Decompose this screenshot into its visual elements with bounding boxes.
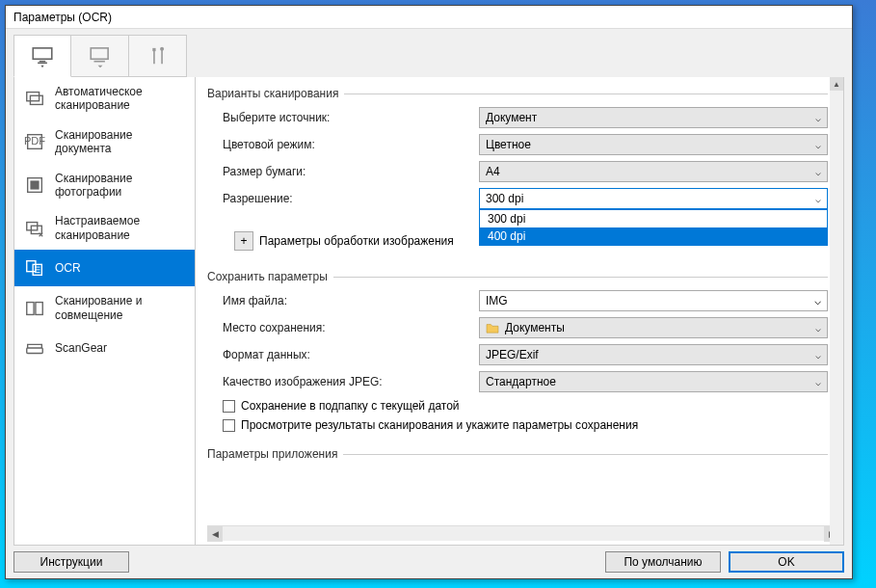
- source-label: Выберите источник:: [219, 111, 479, 124]
- sidebar-item-auto-scan[interactable]: Автоматическое сканирование: [14, 77, 195, 120]
- svg-rect-3: [91, 48, 108, 59]
- resolution-option-400[interactable]: 400 dpi: [480, 227, 827, 245]
- sidebar-item-custom-scan[interactable]: Настраиваемое сканирование: [14, 206, 195, 250]
- subfolder-checkbox[interactable]: [223, 400, 235, 413]
- sidebar-item-scangear[interactable]: ScanGear: [14, 330, 195, 366]
- source-combo[interactable]: Документ⌵: [479, 107, 828, 128]
- monitor-icon: [30, 43, 55, 68]
- location-label: Место сохранения:: [219, 321, 479, 334]
- ocr-icon: [24, 257, 45, 279]
- chevron-down-icon: ⌵: [815, 377, 821, 388]
- sidebar-item-label: ScanGear: [55, 341, 107, 355]
- button-bar: Инструкции По умолчанию OK: [6, 546, 852, 578]
- toolbar-tabs: [6, 29, 852, 77]
- sidebar: Автоматическое сканирование PDF Сканиров…: [14, 77, 196, 545]
- titlebar: Параметры (OCR): [6, 6, 852, 29]
- save-options-group: Сохранить параметры: [207, 270, 828, 283]
- tab-monitor[interactable]: [13, 35, 71, 77]
- scroll-left-arrow[interactable]: ◀: [207, 526, 223, 542]
- defaults-button[interactable]: По умолчанию: [605, 551, 721, 573]
- sidebar-item-label: Сканирование фотографии: [55, 172, 185, 200]
- svg-text:PDF: PDF: [24, 135, 45, 147]
- chevron-down-icon: ⌵: [815, 194, 821, 204]
- sidebar-item-label: OCR: [55, 261, 81, 275]
- horizontal-scrollbar[interactable]: ◀ ▶: [207, 525, 839, 541]
- auto-scan-icon: [24, 88, 45, 109]
- format-label: Формат данных:: [219, 348, 479, 361]
- window-title: Параметры (OCR): [13, 11, 112, 24]
- quality-label: Качество изображения JPEG:: [219, 375, 479, 388]
- chevron-down-icon: ⌵: [814, 294, 821, 307]
- pdf-doc-icon: PDF: [24, 131, 45, 152]
- svg-rect-9: [27, 93, 40, 101]
- sidebar-item-label: Сканирование и совмещение: [55, 294, 185, 322]
- svg-rect-17: [27, 261, 36, 272]
- sidebar-item-stitch[interactable]: Сканирование и совмещение: [14, 286, 195, 330]
- color-combo[interactable]: Цветное⌵: [479, 134, 828, 155]
- send-icon: [88, 43, 113, 68]
- svg-rect-6: [152, 48, 155, 51]
- scan-options-group: Варианты сканирования: [207, 87, 828, 100]
- stitch-icon: [24, 298, 45, 319]
- svg-rect-10: [30, 96, 42, 105]
- main-panel: ▲ Варианты сканирования Выберите источни…: [196, 77, 843, 545]
- tab-send[interactable]: [71, 35, 129, 77]
- chevron-down-icon: ⌵: [815, 167, 821, 177]
- processing-label: Параметры обработки изображения: [259, 234, 454, 248]
- ok-button[interactable]: OK: [729, 551, 844, 573]
- svg-rect-24: [27, 348, 43, 354]
- chevron-down-icon: ⌵: [815, 140, 821, 150]
- sidebar-item-scan-document[interactable]: PDF Сканирование документа: [14, 120, 195, 164]
- sidebar-item-label: Автоматическое сканирование: [55, 85, 185, 113]
- tab-tools[interactable]: [129, 35, 187, 77]
- resolution-combo[interactable]: 300 dpi⌵: [479, 188, 828, 209]
- location-combo[interactable]: Документы ⌵: [479, 317, 828, 338]
- settings-window: Параметры (OCR) Автоматическое сканирова…: [5, 5, 853, 579]
- svg-rect-4: [93, 61, 104, 63]
- format-combo[interactable]: JPEG/Exif⌵: [479, 344, 828, 365]
- color-label: Цветовой режим:: [219, 138, 479, 151]
- svg-rect-22: [27, 302, 34, 314]
- svg-rect-2: [38, 63, 47, 65]
- photo-scan-icon: [24, 174, 45, 196]
- vertical-scrollbar[interactable]: ▲: [830, 77, 843, 545]
- sidebar-item-scan-photo[interactable]: Сканирование фотографии: [14, 164, 195, 207]
- resolution-label: Разрешение:: [219, 192, 479, 205]
- expand-processing-button[interactable]: +: [234, 231, 253, 251]
- chevron-down-icon: ⌵: [815, 323, 821, 334]
- svg-rect-1: [40, 61, 46, 63]
- svg-rect-0: [33, 48, 52, 59]
- scangear-icon: [24, 337, 45, 359]
- chevron-down-icon: ⌵: [815, 350, 821, 361]
- svg-point-8: [160, 47, 164, 51]
- filename-input[interactable]: IMG⌵: [479, 290, 828, 311]
- sidebar-item-label: Настраиваемое сканирование: [55, 214, 185, 242]
- sidebar-item-ocr[interactable]: OCR: [14, 250, 195, 286]
- review-checkbox[interactable]: [223, 419, 235, 432]
- content-area: Автоматическое сканирование PDF Сканиров…: [13, 77, 844, 546]
- subfolder-check-label: Сохранение в подпапку с текущей датой: [241, 399, 460, 413]
- scroll-up-arrow[interactable]: ▲: [830, 77, 843, 91]
- svg-rect-23: [36, 302, 42, 314]
- chevron-down-icon: ⌵: [815, 113, 821, 123]
- settings-scroll: Варианты сканирования Выберите источник:…: [207, 87, 839, 525]
- quality-combo[interactable]: Стандартное⌵: [479, 371, 828, 392]
- resolution-dropdown: 300 dpi 400 dpi: [479, 209, 828, 246]
- app-settings-group: Параметры приложения: [207, 447, 828, 461]
- filename-label: Имя файла:: [219, 294, 479, 307]
- resolution-option-300[interactable]: 300 dpi: [480, 210, 827, 227]
- tools-icon: [146, 43, 171, 68]
- paper-label: Размер бумаги:: [219, 165, 479, 178]
- custom-scan-icon: [24, 218, 45, 239]
- folder-icon: [486, 322, 499, 334]
- paper-combo[interactable]: A4⌵: [479, 161, 828, 182]
- review-check-label: Просмотрите результаты сканирования и ук…: [241, 418, 638, 432]
- sidebar-item-label: Сканирование документа: [55, 128, 185, 156]
- svg-rect-14: [30, 180, 39, 189]
- instructions-button[interactable]: Инструкции: [13, 551, 129, 573]
